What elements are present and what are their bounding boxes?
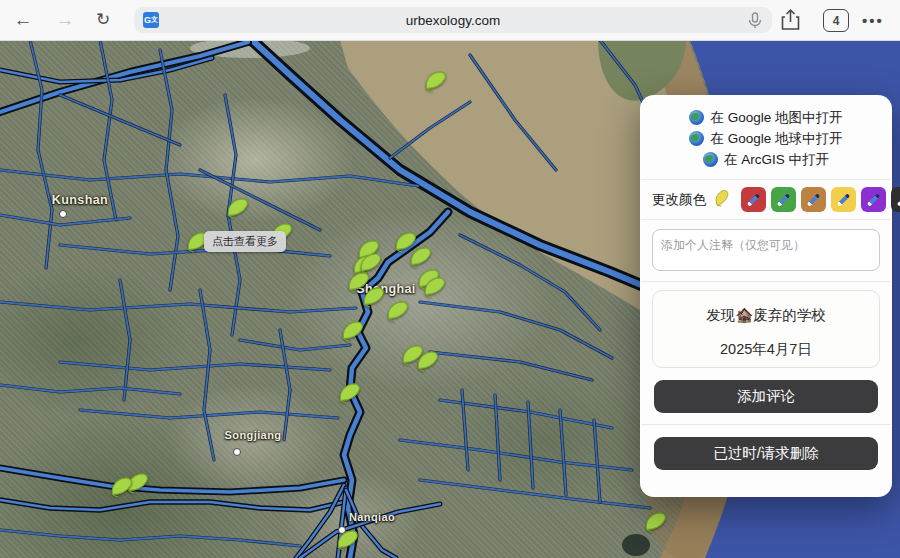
- screen: { "browser": { "url": "urbexology.com", …: [0, 0, 900, 558]
- pen-icon: [837, 193, 850, 206]
- open-google-maps[interactable]: 在 Google 地图中打开: [640, 107, 892, 128]
- color-swatch-purple[interactable]: [861, 187, 886, 212]
- back-button[interactable]: ←: [8, 0, 38, 40]
- city-dot: [233, 448, 241, 456]
- personal-note-input[interactable]: [652, 229, 880, 271]
- leaf-marker[interactable]: [225, 197, 250, 223]
- color-swatches: [741, 187, 900, 212]
- add-comment-button[interactable]: 添加评论: [654, 380, 878, 413]
- leaf-marker[interactable]: [335, 529, 360, 555]
- leaf-marker[interactable]: [423, 70, 448, 96]
- discovery-card: 发现🏚️废弃的学校 2025年4月7日: [652, 290, 880, 368]
- google-translate-icon[interactable]: G文: [143, 12, 159, 28]
- share-icon[interactable]: [781, 9, 800, 35]
- reload-button[interactable]: ↻: [88, 0, 118, 40]
- open-in-links: 在 Google 地图中打开在 Google 地球中打开在 ArcGIS 中打开: [640, 95, 892, 179]
- tabs-button[interactable]: 4: [823, 9, 849, 32]
- forward-button[interactable]: →: [50, 0, 80, 40]
- map-tooltip[interactable]: 点击查看更多: [204, 231, 286, 252]
- browser-toolbar: ← → ↻ G文 urbexology.com 4 •••: [0, 0, 900, 41]
- divider: [641, 219, 891, 220]
- color-swatch-red[interactable]: [741, 187, 766, 212]
- discovery-date: 2025年4月7日: [653, 340, 879, 359]
- leaf-marker[interactable]: [415, 350, 440, 376]
- change-color-label: 更改颜色: [652, 191, 706, 209]
- current-marker-leaf-icon: [710, 187, 734, 212]
- link-label: 在 Google 地图中打开: [710, 109, 842, 127]
- microphone-icon[interactable]: [748, 12, 762, 33]
- discovery-title: 发现🏚️废弃的学校: [653, 306, 879, 325]
- city-dot: [59, 210, 67, 218]
- color-swatch-brown[interactable]: [801, 187, 826, 212]
- divider: [641, 281, 891, 282]
- divider: [641, 424, 891, 425]
- leaf-marker[interactable]: [643, 511, 668, 537]
- color-swatch-yellow[interactable]: [831, 187, 856, 212]
- pen-icon: [867, 193, 880, 206]
- leaf-marker[interactable]: [385, 300, 410, 326]
- leaf-marker[interactable]: [109, 476, 134, 502]
- map-label: Kunshan: [52, 193, 108, 207]
- map-label: Songjiang: [225, 429, 282, 441]
- map-label: Nanqiao: [349, 511, 395, 523]
- leaf-marker[interactable]: [337, 382, 362, 408]
- link-label: 在 Google 地球中打开: [710, 130, 842, 148]
- leaf-marker[interactable]: [340, 320, 365, 346]
- leaf-marker[interactable]: [361, 286, 386, 312]
- more-menu-icon[interactable]: •••: [862, 0, 884, 40]
- open-arcgis[interactable]: 在 ArcGIS 中打开: [640, 149, 892, 170]
- link-label: 在 ArcGIS 中打开: [724, 151, 829, 169]
- pen-icon: [807, 193, 820, 206]
- open-google-earth[interactable]: 在 Google 地球中打开: [640, 128, 892, 149]
- pen-icon: [777, 193, 790, 206]
- outdated-request-delete-button[interactable]: 已过时/请求删除: [654, 437, 878, 470]
- globe-icon: [689, 110, 704, 125]
- color-row: 更改颜色: [640, 180, 892, 219]
- pen-icon: [747, 193, 760, 206]
- place-info-panel: 在 Google 地图中打开在 Google 地球中打开在 ArcGIS 中打开…: [640, 95, 892, 497]
- url-text: urbexology.com: [134, 13, 772, 28]
- lake: [622, 534, 650, 556]
- globe-icon: [703, 152, 718, 167]
- leaf-marker[interactable]: [422, 276, 447, 302]
- color-swatch-black[interactable]: [891, 187, 900, 212]
- url-bar[interactable]: G文 urbexology.com: [134, 7, 772, 33]
- color-swatch-green[interactable]: [771, 187, 796, 212]
- globe-icon: [689, 131, 704, 146]
